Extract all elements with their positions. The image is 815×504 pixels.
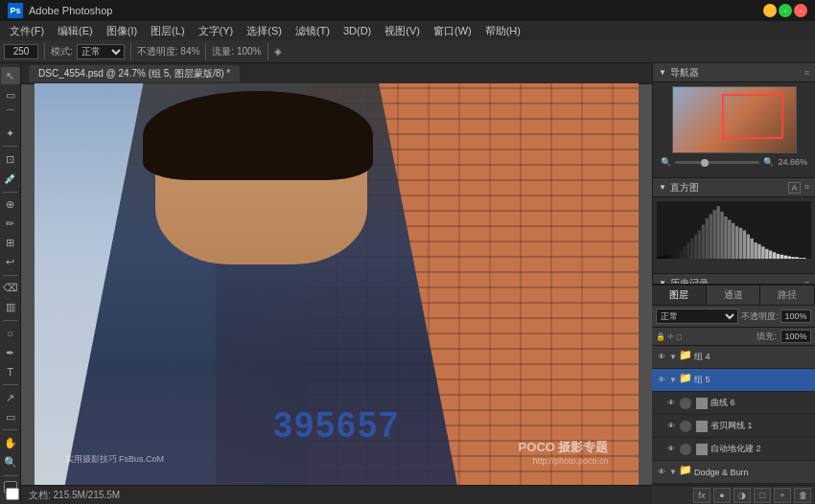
- pixel-lock-icon[interactable]: ◻: [676, 332, 683, 341]
- tool-move[interactable]: ↖: [1, 67, 20, 84]
- layer-thumbnail: [679, 397, 692, 410]
- navigator-panel: ▼ 导航器 ≡ 🔍 🔍 24.66%: [653, 63, 815, 178]
- menu-view[interactable]: 视图(V): [379, 22, 426, 40]
- menu-filter[interactable]: 滤镜(T): [290, 22, 336, 40]
- tool-eraser[interactable]: ⌫: [1, 280, 20, 297]
- layer-thumbnail: [679, 420, 692, 433]
- layer-footer: fx ● ◑ □ + 🗑: [652, 485, 815, 504]
- menu-edit[interactable]: 编辑(E): [52, 22, 99, 40]
- navigator-content: 🔍 🔍 24.66%: [653, 82, 815, 177]
- canvas-area: DSC_4554.psd @ 24.7% (组 5, 图层蒙版/8) *: [21, 63, 652, 504]
- canvas-status-bar: 文档: 215.5M/215.5M: [21, 485, 652, 504]
- zoom-in-icon[interactable]: 🔍: [763, 157, 774, 167]
- layer-visibility-toggle[interactable]: 👁: [665, 445, 677, 453]
- menu-layer[interactable]: 图层(L): [145, 22, 190, 40]
- layers-fill-row: 🔒 ✛ ◻ 填充:: [652, 328, 815, 346]
- tool-clone[interactable]: ⊞: [1, 235, 20, 252]
- menu-select[interactable]: 选择(S): [241, 22, 288, 40]
- navigator-actions: ≡: [804, 68, 809, 78]
- layer-item[interactable]: 👁曲线 6: [652, 392, 815, 415]
- blend-mode-select[interactable]: 正常: [656, 309, 738, 324]
- layer-item[interactable]: 👁▼📁组 4: [652, 346, 815, 369]
- tool-shape[interactable]: ▭: [1, 408, 20, 425]
- separator-3: [205, 43, 206, 60]
- photo-container[interactable]: 395657 POCO 摄影专题 http://photo.poco.cn 实用…: [21, 84, 652, 485]
- layer-fx-btn[interactable]: fx: [693, 488, 710, 503]
- tool-sep-1: [3, 146, 18, 147]
- zoom-out-icon[interactable]: 🔍: [661, 157, 671, 167]
- layer-visibility-toggle[interactable]: 👁: [656, 376, 667, 384]
- canvas-tab-item[interactable]: DSC_4554.psd @ 24.7% (组 5, 图层蒙版/8) *: [29, 65, 240, 82]
- menu-image[interactable]: 图像(I): [101, 22, 143, 40]
- fill-input[interactable]: [780, 330, 811, 343]
- tool-brush[interactable]: ✏: [1, 216, 20, 233]
- zoom-slider[interactable]: [675, 161, 759, 164]
- layer-visibility-toggle[interactable]: 👁: [665, 422, 677, 430]
- tool-sep-7: [3, 475, 18, 476]
- close-button[interactable]: ×: [794, 4, 807, 17]
- opacity-input[interactable]: [780, 309, 811, 323]
- tool-hand[interactable]: ✋: [1, 434, 20, 451]
- tab-channels[interactable]: 通道: [707, 286, 761, 305]
- layer-group-btn[interactable]: □: [754, 488, 771, 503]
- layer-visibility-toggle[interactable]: 👁: [656, 353, 667, 361]
- histogram-menu-icon[interactable]: ≡: [804, 182, 809, 194]
- airbrush-icon: ◈: [274, 46, 282, 57]
- lock-icon[interactable]: 🔒: [656, 332, 665, 341]
- tool-zoom[interactable]: 🔍: [1, 453, 20, 470]
- layer-thumbnail: 📁: [679, 372, 692, 389]
- nav-thumbnail[interactable]: [672, 86, 797, 153]
- tool-dodge[interactable]: ○: [1, 325, 20, 342]
- layer-item[interactable]: 👁▼📁Dodge & Burn: [652, 461, 815, 484]
- tool-history-brush[interactable]: ↩: [1, 254, 20, 271]
- layer-name-label: 曲线 6: [710, 397, 811, 409]
- tool-path-select[interactable]: ↗: [1, 389, 20, 406]
- tool-gradient[interactable]: ▥: [1, 299, 20, 316]
- layer-item[interactable]: 👁自动地化建 2: [652, 438, 815, 461]
- separator-1: [44, 43, 45, 60]
- layer-thumbnail: [679, 443, 692, 456]
- layer-mask-btn[interactable]: ●: [713, 488, 731, 503]
- mode-select[interactable]: 正常: [77, 44, 125, 59]
- layer-visibility-toggle[interactable]: 👁: [665, 399, 677, 407]
- tab-layers[interactable]: 图层: [652, 286, 707, 305]
- navigator-chevron: ▼: [659, 68, 666, 77]
- tool-pen[interactable]: ✒: [1, 344, 20, 361]
- maximize-button[interactable]: +: [779, 4, 792, 17]
- layer-adj-btn[interactable]: ◑: [734, 488, 751, 503]
- layer-new-btn[interactable]: +: [774, 488, 791, 503]
- tool-type[interactable]: T: [1, 363, 20, 380]
- position-lock-icon[interactable]: ✛: [667, 332, 674, 341]
- menu-file[interactable]: 文件(F): [4, 22, 50, 40]
- menu-3d[interactable]: 3D(D): [338, 23, 377, 38]
- layer-visibility-toggle[interactable]: 👁: [656, 468, 667, 476]
- background-color[interactable]: [6, 488, 19, 500]
- layer-name-label: 组 4: [694, 351, 811, 363]
- tool-crop[interactable]: ⊡: [1, 150, 20, 168]
- tool-lasso[interactable]: ⌒: [1, 105, 20, 123]
- navigator-menu-icon[interactable]: ≡: [804, 68, 809, 78]
- layers-blend-controls: 正常 不透明度:: [652, 306, 815, 328]
- histogram-content: [653, 197, 815, 273]
- tab-paths[interactable]: 路径: [760, 286, 815, 305]
- layer-mask-thumbnail: [695, 397, 709, 410]
- menu-window[interactable]: 窗口(W): [428, 22, 477, 40]
- layer-mask-thumbnail: [695, 420, 709, 433]
- histogram-header[interactable]: ▼ 直方图 A ≡: [653, 178, 815, 197]
- layer-item[interactable]: 👁▼📁组 5: [652, 369, 815, 392]
- tool-eyedropper[interactable]: 💉: [1, 170, 20, 187]
- layer-item[interactable]: 👁省贝网线 1: [652, 415, 815, 438]
- window-controls: – + ×: [763, 4, 807, 17]
- nav-viewport-box: [722, 94, 783, 140]
- tool-spot-heal[interactable]: ⊕: [1, 195, 20, 213]
- brush-size-input[interactable]: [4, 44, 38, 59]
- zoom-value: 24.66%: [778, 157, 807, 167]
- tool-marquee[interactable]: ▭: [1, 86, 20, 103]
- minimize-button[interactable]: –: [763, 4, 777, 17]
- layer-delete-btn[interactable]: 🗑: [794, 488, 811, 503]
- menu-type[interactable]: 文字(Y): [193, 22, 240, 40]
- menu-help[interactable]: 帮助(H): [479, 22, 526, 40]
- tool-magic-wand[interactable]: ✦: [1, 125, 20, 142]
- navigator-header[interactable]: ▼ 导航器 ≡: [653, 63, 815, 82]
- layers-tabs: 图层 通道 路径: [652, 286, 815, 306]
